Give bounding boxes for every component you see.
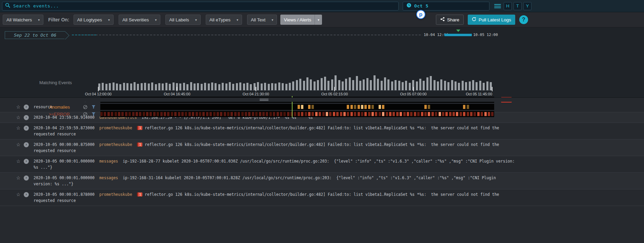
histogram-bar xyxy=(130,83,132,90)
histogram-bar xyxy=(402,82,404,90)
event-cell xyxy=(206,112,208,116)
event-cell xyxy=(315,105,318,109)
filter-on-label: Filter On: xyxy=(48,17,69,22)
pull-latest-logs-button[interactable]: Pull Latest Logs xyxy=(468,15,515,25)
log-row[interactable]: ☆›2020-10-04 23:59:59.873000 prometheusk… xyxy=(0,123,644,139)
histogram-bar xyxy=(169,84,171,90)
menu-icon[interactable] xyxy=(494,4,501,8)
event-cell xyxy=(474,105,476,109)
event-cell xyxy=(463,105,465,109)
log-row[interactable]: ☆›2020-10-05 00:00:01.878000 prometheusk… xyxy=(0,189,644,206)
filter-dropdown-all-etypes[interactable]: All eTypes▾ xyxy=(206,15,242,25)
histogram-bar xyxy=(374,75,376,90)
event-cell xyxy=(196,105,198,109)
expand-icon[interactable]: › xyxy=(24,126,29,131)
log-source[interactable]: prometheuskube xyxy=(99,142,137,147)
selection-marker-icon[interactable] xyxy=(456,30,460,32)
histogram-bar xyxy=(126,83,128,90)
pull-latest-logs-label: Pull Latest Logs xyxy=(479,17,511,22)
event-cell xyxy=(149,105,152,109)
date-picker[interactable]: Oct 5 xyxy=(403,2,489,11)
refresh-icon xyxy=(472,17,476,22)
log-row[interactable]: ☆›2020-10-05 00:00:01.000000 messages ip… xyxy=(0,173,644,189)
dropdown-label: All Labels xyxy=(169,17,189,22)
expand-icon[interactable]: › xyxy=(24,192,29,197)
event-cell xyxy=(347,112,349,116)
event-cell xyxy=(209,112,212,116)
window-button-t[interactable]: T xyxy=(514,2,522,10)
date-range-label: Sep 22 to Oct 06 xyxy=(14,33,56,38)
axis-label: Oct 04 16:45:00 xyxy=(164,92,190,96)
log-row[interactable]: ☆›2020-10-05 00:00:00.875000 prometheusk… xyxy=(0,139,644,156)
event-cell xyxy=(298,112,300,116)
matching-events-label: Matching Events xyxy=(39,80,72,85)
event-cell xyxy=(410,105,412,109)
filter-dropdown-all-logtypes[interactable]: All Logtypes▾ xyxy=(74,15,114,25)
search-input[interactable] xyxy=(13,3,396,8)
exclude-icon[interactable] xyxy=(83,105,87,109)
histogram[interactable] xyxy=(98,70,492,91)
expand-icon[interactable]: › xyxy=(24,175,29,181)
event-cell xyxy=(467,112,469,116)
histogram-bar xyxy=(289,83,291,90)
star-icon[interactable]: ☆ xyxy=(16,125,21,131)
event-cell xyxy=(206,105,208,109)
watchers-dropdown-label: All Watchers xyxy=(6,17,32,22)
pane-divider[interactable] xyxy=(0,97,644,102)
event-cell xyxy=(393,112,395,116)
event-cell xyxy=(118,112,120,116)
dropdown-label: All Text xyxy=(251,17,265,22)
histogram-bar xyxy=(144,83,146,90)
event-cell xyxy=(456,112,458,116)
log-source[interactable]: prometheuskube xyxy=(99,192,137,197)
event-cell xyxy=(220,112,222,116)
log-timestamp: 2020-10-05 00:00:00.875000 xyxy=(34,142,99,147)
event-cell xyxy=(188,112,191,116)
log-source[interactable]: messages xyxy=(99,159,123,164)
star-icon[interactable]: ☆ xyxy=(16,142,21,147)
log-source[interactable]: prometheuskube xyxy=(99,126,137,130)
log-text: 2020-10-05 00:00:00.875000 prometheuskub… xyxy=(34,142,515,154)
watchers-dropdown[interactable]: All Watchers ▾ xyxy=(3,15,43,25)
views-alerts-button[interactable]: Views / Alerts ▾ xyxy=(280,15,322,25)
event-cell xyxy=(305,112,307,116)
histogram-bar xyxy=(398,81,400,90)
event-cell xyxy=(319,105,321,109)
event-cell xyxy=(439,112,441,116)
event-cell xyxy=(111,105,113,109)
event-cell xyxy=(146,105,148,109)
chevron-down-icon[interactable]: ▾ xyxy=(315,15,322,25)
expand-icon[interactable]: › xyxy=(24,159,29,164)
log-row[interactable]: ☆›2020-10-05 00:00:01.000000 messages ip… xyxy=(0,156,644,173)
log-source[interactable]: messages xyxy=(99,175,123,180)
exclude-icon[interactable] xyxy=(83,112,87,116)
star-icon[interactable]: ☆ xyxy=(16,175,21,181)
filter-dropdown-all-severities[interactable]: All Severities▾ xyxy=(119,15,160,25)
event-strip[interactable] xyxy=(100,104,494,110)
expand-icon[interactable]: › xyxy=(24,142,29,147)
filter-icon[interactable] xyxy=(91,105,96,109)
star-icon[interactable]: ☆ xyxy=(16,158,21,164)
drag-handle-icon[interactable] xyxy=(260,99,268,101)
filter-dropdown-all-labels[interactable]: All Labels▾ xyxy=(165,15,201,25)
brand-logo: p xyxy=(416,10,425,19)
event-cell xyxy=(245,105,247,109)
chevron-down-icon: ▾ xyxy=(155,18,157,22)
window-button-h[interactable]: H xyxy=(504,2,512,10)
histogram-bar xyxy=(377,79,379,90)
event-cell xyxy=(333,105,335,109)
help-button[interactable]: ? xyxy=(519,15,528,24)
filter-dropdowns: All Logtypes▾All Severities▾All Labels▾A… xyxy=(74,15,277,25)
event-cell xyxy=(474,112,476,116)
event-cell xyxy=(255,112,258,116)
event-cell xyxy=(230,105,233,109)
event-strip[interactable] xyxy=(100,111,494,117)
filter-icon[interactable] xyxy=(91,112,96,116)
search-box[interactable] xyxy=(2,2,399,11)
window-button-y[interactable]: Y xyxy=(523,2,531,10)
filter-dropdown-all-text[interactable]: All Text▾ xyxy=(247,15,277,25)
selection-range-bar[interactable] xyxy=(444,34,472,36)
axis-tick xyxy=(413,87,414,91)
share-button[interactable]: Share xyxy=(436,15,464,25)
star-icon[interactable]: ☆ xyxy=(16,192,21,197)
